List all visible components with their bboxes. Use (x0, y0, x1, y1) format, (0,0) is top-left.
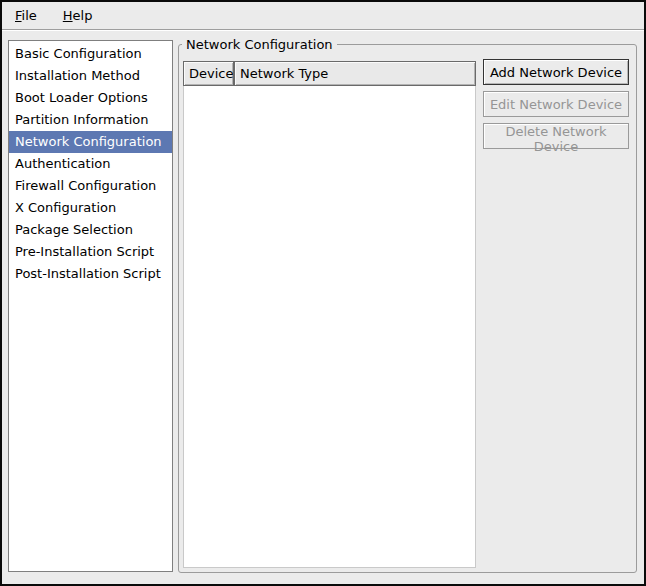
menu-help-accel: H (63, 8, 73, 23)
menu-file[interactable]: File (9, 5, 43, 26)
sidebar-item-pre-installation-script[interactable]: Pre-Installation Script (9, 241, 172, 263)
sidebar-item-authentication[interactable]: Authentication (9, 153, 172, 175)
kickstart-configurator-window: File Help Basic Configuration Installati… (0, 0, 646, 586)
section-list: Basic Configuration Installation Method … (8, 40, 173, 572)
sidebar-item-firewall-configuration[interactable]: Firewall Configuration (9, 175, 172, 197)
edit-network-device-button[interactable]: Edit Network Device (483, 91, 629, 117)
column-header-network-type[interactable]: Network Type (234, 61, 476, 86)
sidebar-item-post-installation-script[interactable]: Post-Installation Script (9, 263, 172, 285)
sidebar-item-x-configuration[interactable]: X Configuration (9, 197, 172, 219)
frame-title: Network Configuration (182, 36, 337, 53)
menu-help[interactable]: Help (57, 5, 99, 26)
sidebar-item-boot-loader-options[interactable]: Boot Loader Options (9, 87, 172, 109)
column-header-device[interactable]: Device (183, 61, 234, 86)
delete-network-device-button[interactable]: Delete Network Device (483, 123, 629, 149)
sidebar-item-package-selection[interactable]: Package Selection (9, 219, 172, 241)
sidebar-item-network-configuration[interactable]: Network Configuration (9, 131, 172, 153)
sidebar-item-basic-configuration[interactable]: Basic Configuration (9, 43, 172, 65)
menu-file-rest: ile (22, 8, 37, 23)
menu-help-rest: elp (73, 8, 93, 23)
device-table-body[interactable] (183, 86, 476, 568)
sidebar-item-installation-method[interactable]: Installation Method (9, 65, 172, 87)
sidebar-item-partition-information[interactable]: Partition Information (9, 109, 172, 131)
add-network-device-button[interactable]: Add Network Device (483, 59, 629, 85)
menubar: File Help (2, 2, 644, 30)
device-table-header: Device Network Type (183, 61, 476, 86)
